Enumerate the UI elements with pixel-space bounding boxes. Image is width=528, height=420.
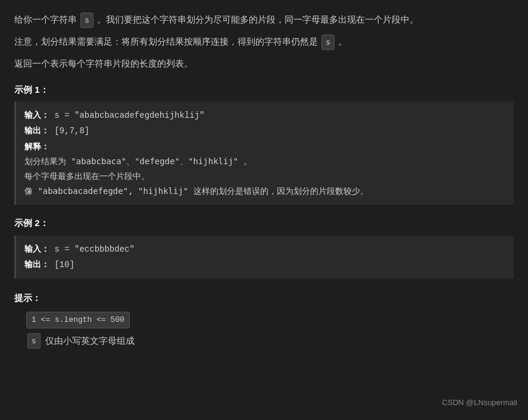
hint-2-badge: s [27, 333, 40, 349]
example-2-input: 输入： s = "eccbbbbdec" [24, 242, 505, 257]
example-1-output-label: 输出： [24, 126, 49, 135]
hint-item-2: s 仅由小写英文字母组成 [26, 333, 514, 349]
example-2-output: 输出： [10] [24, 257, 505, 272]
example-1-input: 输入： s = "ababcbacadefegdehijhklij" [24, 108, 505, 123]
problem-description: 给你一个字符串 s 。我们要把这个字符串划分为尽可能多的片段，同一字母最多出现在… [14, 12, 514, 71]
hint-list: 1 <= s.length <= 500 s 仅由小写英文字母组成 [14, 312, 514, 349]
hint-1-code: 1 <= s.length <= 500 [26, 312, 130, 328]
example-1-explain-line3: 像 "ababcbacadefegde", "hijhklij" 这样的划分是错… [24, 184, 505, 199]
hints-section: 提示： 1 <= s.length <= 500 s 仅由小写英文字母组成 [14, 290, 514, 349]
example-1-output-value: [9,7,8] [54, 126, 89, 136]
example-1-title: 示例 1： [14, 82, 514, 98]
description-line2: 注意，划分结果需要满足：将所有划分结果按顺序连接，得到的字符串仍然是 s 。 [14, 34, 514, 50]
s-badge-1: s [80, 12, 93, 28]
description-line3: 返回一个表示每个字符串片段的长度的列表。 [14, 56, 514, 71]
hint-item-1: 1 <= s.length <= 500 [26, 312, 514, 328]
example-1-section: 示例 1： 输入： s = "ababcbacadefegdehijhklij"… [14, 82, 514, 205]
example-1-output: 输出： [9,7,8] [24, 123, 505, 139]
csdn-watermark: CSDN @LNsupermali [442, 396, 517, 409]
example-2-title: 示例 2： [14, 215, 514, 231]
example-1-block: 输入： s = "ababcbacadefegdehijhklij" 输出： [… [14, 102, 514, 205]
example-1-input-label: 输入： [24, 110, 49, 120]
example-2-output-label: 输出： [24, 259, 49, 269]
hint-2-text: 仅由小写英文字母组成 [45, 333, 135, 349]
example-1-explain-line1: 划分结果为 "ababcbaca"、"defegde"、"hijhklij" 。 [24, 154, 505, 169]
description-line1: 给你一个字符串 s 。我们要把这个字符串划分为尽可能多的片段，同一字母最多出现在… [14, 12, 514, 28]
example-2-section: 示例 2： 输入： s = "eccbbbbdec" 输出： [10] [14, 215, 514, 278]
example-1-explain-label: 解释： [24, 139, 505, 154]
hints-title: 提示： [14, 290, 514, 306]
example-2-output-value: [10] [54, 260, 74, 269]
example-1-input-value: s = "ababcbacadefegdehijhklij" [54, 111, 204, 120]
example-2-input-value: s = "eccbbbbdec" [54, 245, 134, 254]
example-2-block: 输入： s = "eccbbbbdec" 输出： [10] [14, 236, 514, 278]
s-badge-2: s [321, 35, 335, 50]
example-2-input-label: 输入： [24, 244, 49, 253]
example-1-explain-line2: 每个字母最多出现在一个片段中。 [24, 169, 505, 184]
